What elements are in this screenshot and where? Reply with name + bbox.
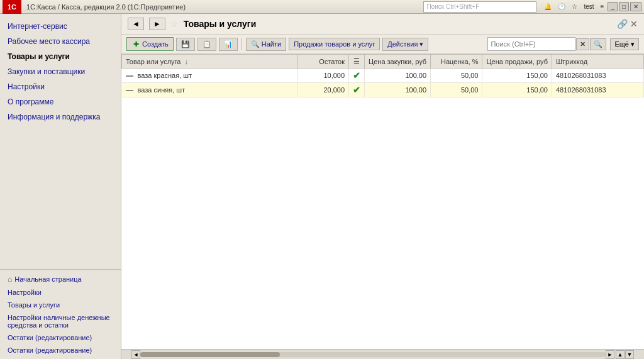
col-header-remain[interactable]: Остаток: [297, 55, 348, 69]
cell-remain-0: 10,000: [297, 69, 348, 83]
nav-back-button[interactable]: ◄: [128, 18, 144, 30]
search-placeholder: Поиск Ctrl+Shift+F: [426, 3, 479, 10]
check-icon-0: ✔: [353, 70, 360, 80]
maximize-button[interactable]: □: [619, 2, 629, 11]
cell-sell-0: 150,00: [482, 69, 552, 83]
star-icon[interactable]: ☆: [569, 3, 580, 11]
goods-table: Товар или услуга ↓ Остаток ☰ Цена закупк…: [121, 54, 644, 97]
scroll-thumb[interactable]: [140, 352, 280, 357]
row-marker-1: [126, 90, 133, 91]
find-button[interactable]: 🔍 Найти: [246, 38, 286, 51]
home-label: Начальная страница: [14, 275, 81, 283]
col-header-icon[interactable]: ☰: [349, 55, 365, 69]
sales-label: Продажи товаров и услуг: [294, 40, 375, 48]
col-sell-label: Цена продажи, руб: [486, 58, 548, 65]
minimize-button[interactable]: _: [608, 2, 618, 11]
main-layout: Интернет-сервис Рабочее место кассира То…: [0, 14, 644, 359]
col-header-sell[interactable]: Цена продажи, руб: [482, 55, 552, 69]
col-header-name[interactable]: Товар или услуга ↓: [122, 55, 298, 69]
create-button[interactable]: ✚ Создать: [126, 37, 174, 51]
col-barcode-label: Штрихкод: [556, 58, 587, 65]
sidebar-item-cashier[interactable]: Рабочее место кассира: [0, 34, 121, 49]
col-remain-label: Остаток: [319, 58, 345, 65]
sidebar-bottom-cash-settings[interactable]: Настройки наличные денежныесредства и ос…: [0, 311, 121, 331]
find-icon: 🔍: [251, 40, 260, 48]
col-margin-label: Наценка, %: [441, 58, 479, 65]
toolbar-separator-1: [242, 38, 242, 50]
link-icon[interactable]: 🔗: [617, 19, 628, 29]
favorite-button[interactable]: ☆: [170, 19, 179, 29]
scroll-right-button[interactable]: ►: [606, 350, 614, 359]
toolbar-icon-btn-3[interactable]: 📊: [219, 38, 238, 51]
sidebar-item-support[interactable]: Информация и поддержка: [0, 109, 121, 124]
sidebar-item-purchases[interactable]: Закупки и поставщики: [0, 64, 121, 79]
bell-icon[interactable]: 🔔: [541, 3, 554, 11]
cell-barcode-1: 4810268031083: [552, 83, 643, 97]
sidebar-bottom-remains2[interactable]: Остатки (редактирование): [0, 344, 121, 356]
cell-name-0: ваза красная, шт: [122, 69, 298, 83]
sidebar-bottom-goods[interactable]: Товары и услуги: [0, 299, 121, 311]
app-logo: 1С: [3, 0, 21, 14]
cell-buy-1: 100,00: [365, 83, 431, 97]
sidebar-item-internet[interactable]: Интернет-сервис: [0, 19, 121, 34]
find-label: Найти: [262, 40, 281, 48]
content-area: ◄ ► ☆ Товары и услуги 🔗 ✕ ✚ Создать 💾 📋 …: [121, 14, 644, 359]
search-go-button[interactable]: 🔍: [590, 38, 606, 50]
col-header-buy[interactable]: Цена закупки, руб: [365, 55, 431, 69]
scroll-left-button[interactable]: ◄: [131, 350, 140, 359]
nav-forward-button[interactable]: ►: [149, 18, 165, 30]
col-icon-label: ☰: [353, 57, 360, 65]
more-button[interactable]: Ещё ▾: [610, 38, 639, 50]
row-marker-0: [126, 75, 133, 77]
title-bar-controls: 🔔 🕐 ☆ test ≡ _ □ ✕: [541, 2, 641, 11]
sidebar-bottom-remains1[interactable]: Остатки (редактирование): [0, 331, 121, 344]
user-label: test: [581, 3, 596, 11]
toolbar-icon-btn-2[interactable]: 📋: [197, 38, 216, 51]
toolbar: ✚ Создать 💾 📋 📊 🔍 Найти Продажи товаров …: [121, 35, 644, 54]
scroll-track[interactable]: [140, 352, 606, 357]
document-header: ◄ ► ☆ Товары и услуги 🔗 ✕: [121, 14, 644, 35]
sidebar-item-about[interactable]: О программе: [0, 94, 121, 109]
sort-arrow-name: ↓: [185, 58, 189, 65]
doc-header-actions: 🔗 ✕: [617, 19, 638, 29]
toolbar-icon-btn-1[interactable]: 💾: [176, 38, 195, 51]
cell-margin-1: 50,00: [431, 83, 482, 97]
search-input[interactable]: [487, 37, 575, 51]
sales-button[interactable]: Продажи товаров и услуг: [289, 38, 380, 50]
search-clear-button[interactable]: ✕: [576, 38, 589, 50]
cell-margin-0: 50,00: [431, 69, 482, 83]
close-button[interactable]: ✕: [630, 2, 641, 11]
sidebar-bottom-settings[interactable]: Настройки: [0, 286, 121, 299]
cell-name-1: ваза синяя, шт: [122, 83, 298, 97]
cell-check-1: ✔: [349, 83, 365, 97]
table-row[interactable]: ваза синяя, шт 20,000 ✔ 100,00 50,00 150…: [122, 83, 644, 97]
scroll-vertical-nav: ▲ ▼: [616, 350, 634, 359]
settings-icon[interactable]: ≡: [598, 3, 607, 11]
sidebar-item-settings[interactable]: Настройки: [0, 79, 121, 94]
export-icon: 📊: [224, 40, 233, 48]
table-row[interactable]: ваза красная, шт 10,000 ✔ 100,00 50,00 1…: [122, 69, 644, 83]
sidebar-item-goods[interactable]: Товары и услуги: [0, 49, 121, 64]
clock-icon[interactable]: 🕐: [555, 3, 568, 11]
cell-barcode-0: 4810268031083: [552, 69, 643, 83]
check-icon-1: ✔: [353, 85, 360, 95]
table-container: Товар или услуга ↓ Остаток ☰ Цена закупк…: [121, 54, 644, 349]
global-search-input[interactable]: Поиск Ctrl+Shift+F: [423, 1, 536, 13]
title-bar-title: 1С:Касса / Касса, редакция 2.0 (1С:Предп…: [24, 2, 188, 12]
copy-icon: 📋: [203, 40, 211, 48]
doc-close-button[interactable]: ✕: [630, 19, 638, 29]
scroll-up-button[interactable]: ▲: [616, 350, 625, 359]
sidebar-top: Интернет-сервис Рабочее место кассира То…: [0, 14, 121, 269]
scroll-down-button[interactable]: ▼: [625, 350, 634, 359]
col-header-barcode[interactable]: Штрихкод: [552, 55, 643, 69]
sidebar-bottom-home[interactable]: ⌂ Начальная страница: [0, 272, 121, 286]
cell-check-0: ✔: [349, 69, 365, 83]
title-bar: 1С 1С:Касса / Касса, редакция 2.0 (1С:Пр…: [0, 0, 644, 14]
col-header-margin[interactable]: Наценка, %: [431, 55, 482, 69]
actions-button[interactable]: Действия ▾: [382, 38, 428, 51]
col-buy-label: Цена закупки, руб: [369, 58, 426, 65]
title-bar-menu: 1С:Касса / Касса, редакция 2.0 (1С:Предп…: [24, 2, 188, 12]
table-header-row: Товар или услуга ↓ Остаток ☰ Цена закупк…: [122, 55, 644, 69]
sidebar: Интернет-сервис Рабочее место кассира То…: [0, 14, 121, 359]
create-icon: ✚: [131, 40, 140, 48]
